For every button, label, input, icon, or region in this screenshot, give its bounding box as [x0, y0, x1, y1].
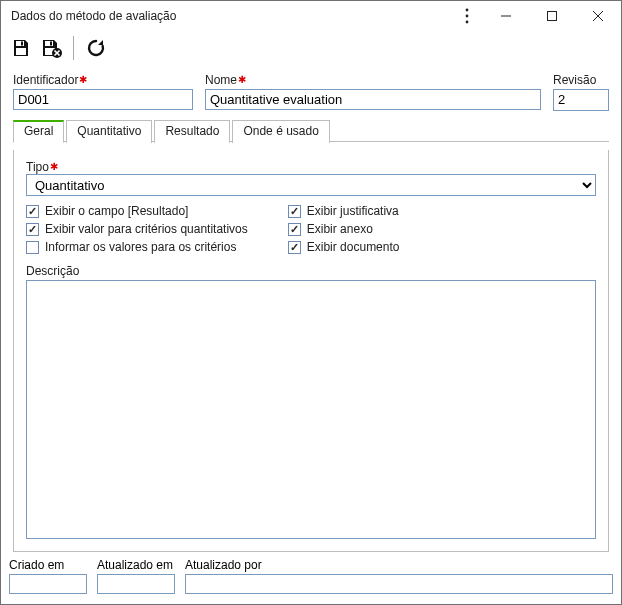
- revisao-value: 2: [553, 89, 609, 111]
- descricao-textarea[interactable]: [26, 280, 596, 539]
- tab-geral[interactable]: Geral: [13, 120, 64, 143]
- toolbar-separator: [73, 36, 74, 60]
- save-close-button[interactable]: [39, 36, 63, 60]
- tab-quantitativo[interactable]: Quantitativo: [66, 120, 152, 143]
- atualizado-por-label: Atualizado por: [185, 558, 613, 572]
- check-label: Exibir justificativa: [307, 204, 399, 218]
- svg-point-1: [466, 15, 469, 18]
- identificador-input[interactable]: [13, 89, 193, 110]
- check-label: Informar os valores para os critérios: [45, 240, 236, 254]
- required-icon: ✱: [79, 74, 87, 85]
- required-icon: ✱: [50, 161, 58, 172]
- save-button[interactable]: [9, 36, 33, 60]
- svg-rect-9: [16, 48, 26, 55]
- minimize-button[interactable]: [483, 1, 529, 31]
- check-informar-valores[interactable]: [26, 241, 39, 254]
- tab-resultado[interactable]: Resultado: [154, 120, 230, 143]
- atualizado-por-input: [185, 574, 613, 594]
- tab-onde[interactable]: Onde é usado: [232, 120, 329, 143]
- descricao-label: Descrição: [26, 264, 596, 278]
- window: Dados do método de avaliação: [0, 0, 622, 605]
- more-icon[interactable]: [451, 8, 483, 24]
- titlebar: Dados do método de avaliação: [1, 1, 621, 31]
- check-label: Exibir documento: [307, 240, 400, 254]
- criado-em-input: [9, 574, 87, 594]
- tipo-select[interactable]: Quantitativo: [26, 174, 596, 196]
- check-label: Exibir anexo: [307, 222, 373, 236]
- svg-point-0: [466, 9, 469, 12]
- header-fields: Identificador✱ Nome✱ Revisão 2: [13, 73, 609, 111]
- refresh-button[interactable]: [84, 36, 108, 60]
- toolbar: [1, 31, 621, 65]
- svg-point-2: [466, 21, 469, 24]
- tab-panel-geral: Tipo✱ Quantitativo Exibir o campo [Resul…: [13, 150, 609, 552]
- nome-label: Nome✱: [205, 73, 541, 87]
- svg-rect-11: [50, 42, 52, 46]
- check-label: Exibir o campo [Resultado]: [45, 204, 188, 218]
- check-exibir-valor-criterios[interactable]: [26, 223, 39, 236]
- footer: Criado em Atualizado em Atualizado por: [1, 552, 621, 604]
- nome-input[interactable]: [205, 89, 541, 110]
- window-controls: [483, 1, 621, 31]
- maximize-button[interactable]: [529, 1, 575, 31]
- check-label: Exibir valor para critérios quantitativo…: [45, 222, 248, 236]
- check-exibir-resultado[interactable]: [26, 205, 39, 218]
- revisao-label: Revisão: [553, 73, 609, 87]
- atualizado-em-label: Atualizado em: [97, 558, 175, 572]
- svg-rect-4: [548, 12, 557, 21]
- criado-em-label: Criado em: [9, 558, 87, 572]
- close-button[interactable]: [575, 1, 621, 31]
- tabstrip: Geral Quantitativo Resultado Onde é usad…: [13, 119, 609, 142]
- identificador-label: Identificador✱: [13, 73, 193, 87]
- check-exibir-justificativa[interactable]: [288, 205, 301, 218]
- checkbox-group: Exibir o campo [Resultado] Exibir valor …: [26, 204, 596, 254]
- atualizado-em-input: [97, 574, 175, 594]
- form-body: Identificador✱ Nome✱ Revisão 2 Geral Qua…: [1, 65, 621, 552]
- check-exibir-anexo[interactable]: [288, 223, 301, 236]
- window-title: Dados do método de avaliação: [11, 9, 451, 23]
- check-exibir-documento[interactable]: [288, 241, 301, 254]
- required-icon: ✱: [238, 74, 246, 85]
- svg-rect-8: [21, 42, 23, 46]
- tipo-label: Tipo✱: [26, 160, 596, 174]
